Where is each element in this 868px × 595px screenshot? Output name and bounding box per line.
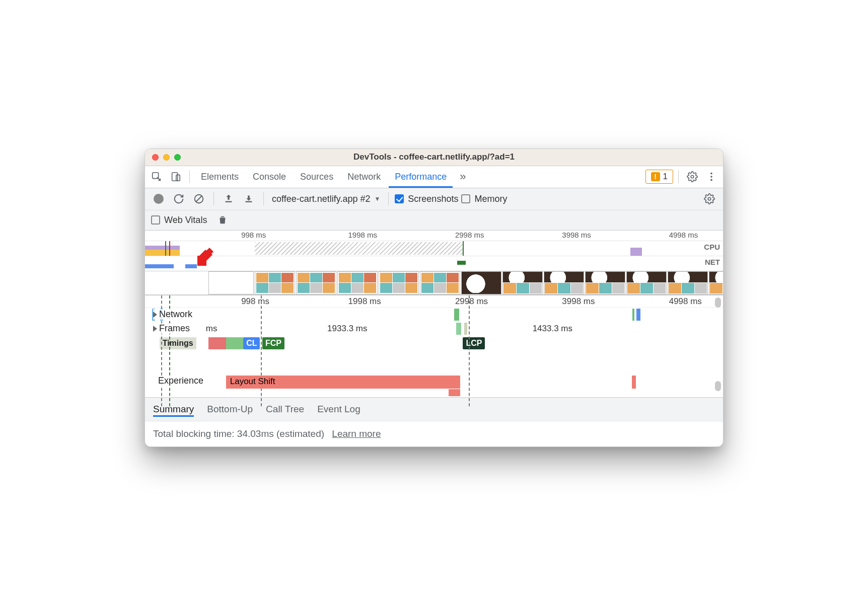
web-vitals-checkbox[interactable]: Web Vitals [151, 215, 207, 226]
cpu-lane: CPU [145, 241, 723, 256]
frame-segment[interactable]: 1933.3 ms [238, 323, 457, 334]
frames-track[interactable]: Frames ms 1933.3 ms 1433.3 ms [145, 322, 723, 336]
network-track[interactable]: Network [145, 308, 723, 322]
timing-segment[interactable] [208, 337, 226, 349]
marker-line [169, 241, 170, 256]
svg-rect-8 [226, 201, 232, 202]
screenshot-thumb[interactable] [337, 271, 378, 294]
save-profile-icon[interactable] [240, 190, 257, 207]
capture-settings-icon[interactable] [701, 190, 718, 207]
clear-button[interactable] [190, 190, 207, 207]
separator [388, 192, 389, 205]
separator [678, 170, 679, 183]
overview-ruler: 998 ms 1998 ms 2998 ms 3998 ms 4998 ms [145, 231, 723, 241]
scrollbar-thumb[interactable] [715, 298, 721, 308]
frame-segment[interactable]: ms [203, 323, 235, 334]
disclosure-icon[interactable] [153, 312, 157, 318]
svg-rect-1 [172, 173, 178, 181]
marker-line [165, 241, 166, 256]
screenshot-thumb[interactable] [296, 271, 336, 294]
screenshot-thumb[interactable] [585, 271, 625, 294]
screenshot-thumb[interactable] [709, 271, 723, 294]
more-tabs-button[interactable]: » [455, 170, 471, 183]
ruler-tick: 2998 ms [455, 296, 488, 307]
performance-toolbar: coffee-cart.netlify.app #2 ▼ Screenshots… [145, 188, 723, 210]
frame-mark[interactable] [464, 323, 467, 335]
screenshot-thumb[interactable] [544, 271, 584, 294]
svg-rect-9 [246, 201, 252, 202]
dropdown-icon: ▼ [374, 195, 380, 202]
devtools-window: DevTools - coffee-cart.netlify.app/?ad=1… [144, 148, 724, 447]
issues-badge[interactable]: ! 1 [645, 170, 673, 184]
fcp-marker[interactable]: FCP [262, 337, 284, 349]
svg-point-6 [710, 179, 712, 181]
timing-segment[interactable] [226, 337, 243, 349]
tab-event-log[interactable]: Event Log [317, 402, 360, 417]
tab-call-tree[interactable]: Call Tree [266, 402, 304, 417]
scrollbar-thumb[interactable] [715, 381, 721, 391]
screenshot-thumb[interactable] [502, 271, 543, 294]
load-profile-icon[interactable] [220, 190, 237, 207]
overview-pane[interactable]: 998 ms 1998 ms 2998 ms 3998 ms 4998 ms C… [145, 231, 723, 295]
tab-performance[interactable]: Performance [389, 166, 453, 188]
ruler-tick: 1998 ms [348, 296, 381, 307]
layout-shift-event[interactable] [449, 389, 460, 396]
filmstrip[interactable] [145, 271, 723, 295]
network-event[interactable] [632, 309, 634, 321]
frame-mark[interactable] [456, 323, 461, 335]
summary-pane: Total blocking time: 34.03ms (estimated)… [145, 421, 723, 447]
memory-checkbox[interactable]: Memory [461, 194, 507, 204]
tab-summary[interactable]: Summary [153, 402, 194, 417]
timings-track[interactable]: Timings CL FCP LCP [145, 336, 723, 351]
inspect-element-icon[interactable] [148, 168, 165, 185]
network-event[interactable] [454, 309, 459, 321]
screenshot-thumb[interactable] [626, 271, 667, 294]
tab-console[interactable]: Console [247, 166, 292, 188]
kebab-menu-icon[interactable] [703, 168, 720, 185]
tab-network[interactable]: Network [341, 166, 387, 188]
tab-elements[interactable]: Elements [195, 166, 245, 188]
screenshot-thumb[interactable] [255, 271, 295, 294]
net-lane-label: NET [704, 258, 721, 266]
marker-line [463, 241, 464, 256]
device-toolbar-icon[interactable] [167, 168, 184, 185]
flamechart-pane[interactable]: 998 ms 1998 ms 2998 ms 3998 ms 4998 ms N… [145, 295, 723, 397]
profile-selector[interactable]: coffee-cart.netlify.app #2 ▼ [270, 194, 382, 204]
screenshots-checkbox[interactable]: Screenshots [395, 194, 458, 204]
titlebar: DevTools - coffee-cart.netlify.app/?ad=1 [145, 149, 723, 166]
checkbox-icon [151, 215, 160, 225]
tab-sources[interactable]: Sources [294, 166, 339, 188]
separator [213, 192, 214, 205]
screenshot-thumb[interactable] [379, 271, 419, 294]
tab-bottom-up[interactable]: Bottom-Up [207, 402, 253, 417]
collect-garbage-icon[interactable] [214, 211, 231, 229]
network-event[interactable] [636, 309, 640, 321]
performance-toolbar-2: Web Vitals [145, 210, 723, 231]
experience-track[interactable]: Experience Layout Shift [145, 374, 723, 390]
screenshot-thumb[interactable] [208, 271, 254, 294]
ruler-tick: 2998 ms [455, 231, 484, 239]
reload-record-button[interactable] [170, 190, 187, 207]
lcp-marker[interactable]: LCP [463, 337, 485, 349]
details-tabs: Summary Bottom-Up Call Tree Event Log [145, 397, 723, 421]
warning-icon: ! [651, 172, 660, 181]
screenshot-thumb[interactable] [461, 271, 501, 294]
frame-segment[interactable]: 1433.3 ms [474, 323, 630, 334]
record-button[interactable] [150, 190, 167, 207]
screenshot-thumb[interactable] [668, 271, 708, 294]
screenshot-thumb[interactable] [420, 271, 460, 294]
svg-point-3 [691, 175, 694, 178]
learn-more-link[interactable]: Learn more [332, 428, 381, 439]
settings-icon[interactable] [684, 168, 701, 185]
svg-rect-2 [176, 175, 180, 181]
net-lane: NET [145, 256, 723, 271]
separator [263, 192, 264, 205]
layout-shift-event[interactable]: Layout Shift [226, 376, 460, 389]
ruler-tick: 3998 ms [562, 231, 591, 239]
cl-marker[interactable]: CL [243, 337, 260, 349]
issues-count: 1 [663, 172, 668, 182]
disclosure-icon[interactable] [153, 326, 157, 332]
svg-point-10 [708, 197, 711, 200]
svg-point-5 [710, 176, 712, 178]
layout-shift-event[interactable] [632, 376, 636, 389]
